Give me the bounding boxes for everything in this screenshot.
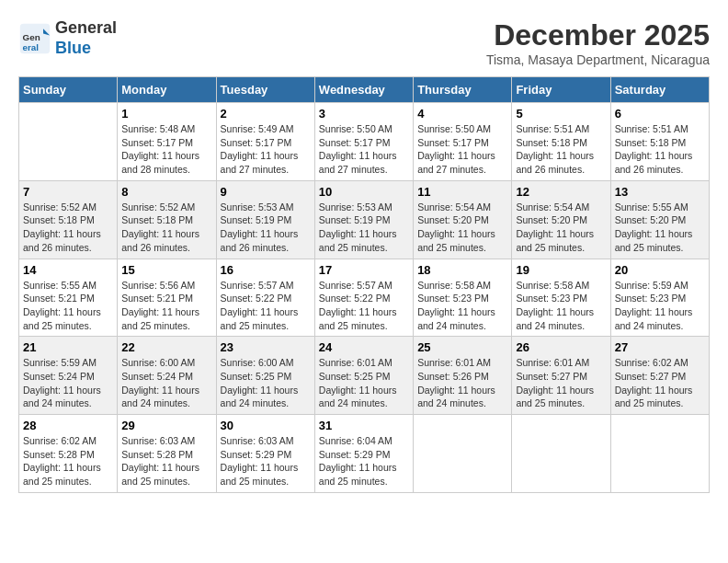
logo-blue: Blue [55, 39, 117, 59]
day-info: Sunrise: 6:00 AMSunset: 5:25 PMDaylight:… [221, 356, 311, 410]
day-number: 31 [319, 419, 409, 432]
weekday-header-row: SundayMondayTuesdayWednesdayThursdayFrid… [19, 77, 710, 103]
weekday-header-saturday: Saturday [610, 77, 709, 103]
day-number: 29 [121, 419, 211, 432]
day-info: Sunrise: 5:48 AMSunset: 5:17 PMDaylight:… [121, 122, 211, 177]
day-info: Sunrise: 5:59 AMSunset: 5:23 PMDaylight:… [615, 279, 705, 333]
calendar-cell: 20Sunrise: 5:59 AMSunset: 5:23 PMDayligh… [610, 259, 709, 337]
weekday-header-thursday: Thursday [414, 77, 512, 103]
day-number: 26 [516, 340, 606, 354]
day-number: 18 [417, 263, 507, 277]
day-number: 27 [615, 340, 705, 354]
calendar-cell [512, 415, 610, 493]
location-subtitle: Tisma, Masaya Department, Nicaragua [486, 52, 710, 67]
calendar-cell: 13Sunrise: 5:55 AMSunset: 5:20 PMDayligh… [610, 180, 709, 259]
day-info: Sunrise: 5:56 AMSunset: 5:21 PMDaylight:… [121, 279, 211, 333]
day-number: 20 [615, 263, 705, 277]
logo: Gen eral General Blue [18, 18, 117, 58]
calendar-cell: 29Sunrise: 6:03 AMSunset: 5:28 PMDayligh… [118, 415, 216, 493]
day-number: 22 [121, 340, 211, 354]
calendar-cell [19, 103, 118, 181]
day-number: 23 [221, 340, 311, 354]
day-info: Sunrise: 5:57 AMSunset: 5:22 PMDaylight:… [319, 279, 409, 333]
day-info: Sunrise: 6:04 AMSunset: 5:29 PMDaylight:… [319, 434, 409, 488]
day-info: Sunrise: 5:51 AMSunset: 5:18 PMDaylight:… [615, 122, 705, 177]
calendar-cell: 2Sunrise: 5:49 AMSunset: 5:17 PMDaylight… [216, 103, 314, 181]
logo-text: General Blue [55, 18, 117, 58]
weekday-header-sunday: Sunday [19, 77, 118, 103]
day-number: 7 [23, 185, 113, 199]
calendar-cell: 12Sunrise: 5:54 AMSunset: 5:20 PMDayligh… [512, 180, 610, 259]
day-info: Sunrise: 5:55 AMSunset: 5:21 PMDaylight:… [23, 279, 113, 333]
day-info: Sunrise: 5:52 AMSunset: 5:18 PMDaylight:… [121, 201, 211, 255]
weekday-header-friday: Friday [512, 77, 610, 103]
calendar-cell: 27Sunrise: 6:02 AMSunset: 5:27 PMDayligh… [610, 337, 709, 415]
day-number: 4 [417, 107, 507, 121]
calendar-cell: 9Sunrise: 5:53 AMSunset: 5:19 PMDaylight… [216, 180, 314, 259]
day-number: 15 [121, 263, 211, 277]
day-number: 13 [615, 185, 705, 199]
calendar-week-row: 21Sunrise: 5:59 AMSunset: 5:24 PMDayligh… [19, 337, 710, 415]
calendar-cell: 28Sunrise: 6:02 AMSunset: 5:28 PMDayligh… [19, 415, 118, 493]
day-number: 5 [516, 107, 606, 121]
calendar-cell: 30Sunrise: 6:03 AMSunset: 5:29 PMDayligh… [216, 415, 314, 493]
day-info: Sunrise: 5:55 AMSunset: 5:20 PMDaylight:… [615, 201, 705, 255]
day-info: Sunrise: 6:03 AMSunset: 5:29 PMDaylight:… [221, 434, 311, 488]
day-info: Sunrise: 5:54 AMSunset: 5:20 PMDaylight:… [516, 201, 606, 255]
calendar-cell: 16Sunrise: 5:57 AMSunset: 5:22 PMDayligh… [216, 259, 314, 337]
day-info: Sunrise: 6:01 AMSunset: 5:27 PMDaylight:… [516, 356, 606, 410]
day-number: 17 [319, 263, 409, 277]
svg-text:eral: eral [23, 41, 40, 52]
calendar-week-row: 1Sunrise: 5:48 AMSunset: 5:17 PMDaylight… [19, 103, 710, 181]
day-info: Sunrise: 5:52 AMSunset: 5:18 PMDaylight:… [23, 201, 113, 255]
day-number: 6 [615, 107, 705, 121]
calendar-cell: 23Sunrise: 6:00 AMSunset: 5:25 PMDayligh… [216, 337, 314, 415]
calendar-week-row: 28Sunrise: 6:02 AMSunset: 5:28 PMDayligh… [19, 415, 710, 493]
day-info: Sunrise: 5:59 AMSunset: 5:24 PMDaylight:… [23, 356, 113, 410]
day-number: 8 [121, 185, 211, 199]
title-block: December 2025 Tisma, Masaya Department, … [486, 18, 710, 67]
calendar-week-row: 14Sunrise: 5:55 AMSunset: 5:21 PMDayligh… [19, 259, 710, 337]
day-info: Sunrise: 5:53 AMSunset: 5:19 PMDaylight:… [319, 201, 409, 255]
day-info: Sunrise: 6:01 AMSunset: 5:25 PMDaylight:… [319, 356, 409, 410]
day-info: Sunrise: 5:58 AMSunset: 5:23 PMDaylight:… [516, 279, 606, 333]
day-info: Sunrise: 6:02 AMSunset: 5:27 PMDaylight:… [615, 356, 705, 410]
calendar-cell: 22Sunrise: 6:00 AMSunset: 5:24 PMDayligh… [118, 337, 216, 415]
calendar-cell: 24Sunrise: 6:01 AMSunset: 5:25 PMDayligh… [314, 337, 413, 415]
calendar-cell: 1Sunrise: 5:48 AMSunset: 5:17 PMDaylight… [118, 103, 216, 181]
logo-icon: Gen eral [18, 22, 51, 55]
svg-text:Gen: Gen [23, 31, 40, 41]
weekday-header-wednesday: Wednesday [314, 77, 413, 103]
calendar-week-row: 7Sunrise: 5:52 AMSunset: 5:18 PMDaylight… [19, 180, 710, 259]
calendar-cell: 4Sunrise: 5:50 AMSunset: 5:17 PMDaylight… [414, 103, 512, 181]
day-info: Sunrise: 5:51 AMSunset: 5:18 PMDaylight:… [516, 122, 606, 177]
calendar-cell: 21Sunrise: 5:59 AMSunset: 5:24 PMDayligh… [19, 337, 118, 415]
logo-general: General [55, 18, 117, 39]
calendar-cell: 15Sunrise: 5:56 AMSunset: 5:21 PMDayligh… [118, 259, 216, 337]
day-info: Sunrise: 6:02 AMSunset: 5:28 PMDaylight:… [23, 434, 113, 488]
calendar-cell [414, 415, 512, 493]
day-info: Sunrise: 5:50 AMSunset: 5:17 PMDaylight:… [417, 122, 507, 177]
day-info: Sunrise: 5:50 AMSunset: 5:17 PMDaylight:… [319, 122, 409, 177]
calendar-cell: 10Sunrise: 5:53 AMSunset: 5:19 PMDayligh… [314, 180, 413, 259]
month-title: December 2025 [486, 18, 710, 52]
day-number: 25 [417, 340, 507, 354]
day-info: Sunrise: 5:53 AMSunset: 5:19 PMDaylight:… [221, 201, 311, 255]
day-number: 14 [23, 263, 113, 277]
day-number: 12 [516, 185, 606, 199]
day-number: 21 [23, 340, 113, 354]
calendar-cell: 8Sunrise: 5:52 AMSunset: 5:18 PMDaylight… [118, 180, 216, 259]
day-info: Sunrise: 5:58 AMSunset: 5:23 PMDaylight:… [417, 279, 507, 333]
calendar-cell: 25Sunrise: 6:01 AMSunset: 5:26 PMDayligh… [414, 337, 512, 415]
day-number: 19 [516, 263, 606, 277]
day-number: 11 [417, 185, 507, 199]
day-number: 2 [221, 107, 311, 121]
calendar-cell: 6Sunrise: 5:51 AMSunset: 5:18 PMDaylight… [610, 103, 709, 181]
calendar-cell: 31Sunrise: 6:04 AMSunset: 5:29 PMDayligh… [314, 415, 413, 493]
calendar-cell: 26Sunrise: 6:01 AMSunset: 5:27 PMDayligh… [512, 337, 610, 415]
calendar-cell: 19Sunrise: 5:58 AMSunset: 5:23 PMDayligh… [512, 259, 610, 337]
day-info: Sunrise: 6:03 AMSunset: 5:28 PMDaylight:… [121, 434, 211, 488]
calendar-table: SundayMondayTuesdayWednesdayThursdayFrid… [18, 76, 710, 493]
day-number: 24 [319, 340, 409, 354]
calendar-cell: 17Sunrise: 5:57 AMSunset: 5:22 PMDayligh… [314, 259, 413, 337]
